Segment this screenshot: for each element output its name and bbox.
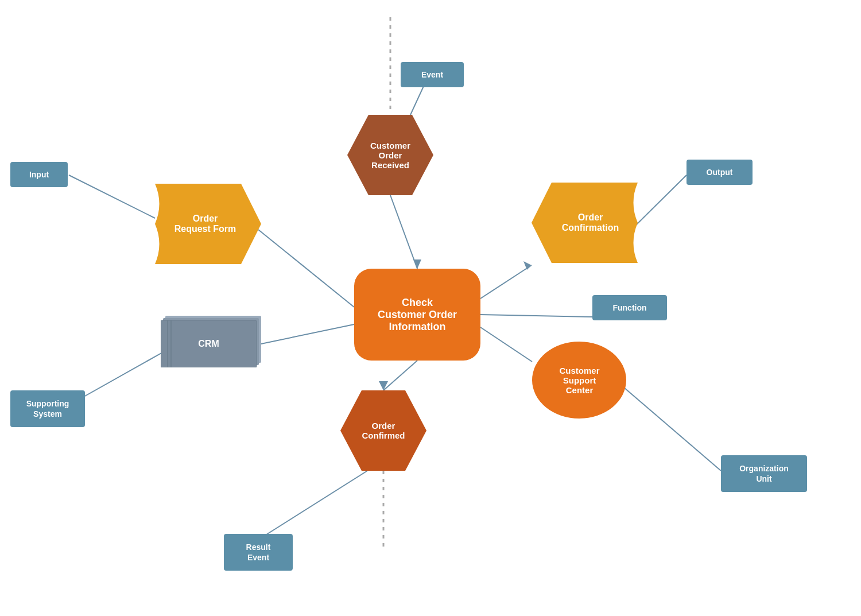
result-event-label: Result Event xyxy=(224,534,293,571)
svg-line-6 xyxy=(258,230,354,307)
customer-support-center-node: Customer Support Center xyxy=(532,342,627,419)
event-label: Event xyxy=(401,62,464,87)
customer-order-received-node: Customer Order Received xyxy=(347,115,433,195)
svg-marker-5 xyxy=(379,381,388,390)
crm-node: CRM xyxy=(161,316,261,367)
svg-line-13 xyxy=(69,175,155,218)
svg-line-16 xyxy=(624,388,721,471)
output-label: Output xyxy=(687,160,753,185)
svg-line-15 xyxy=(75,350,166,402)
svg-line-10 xyxy=(480,327,532,362)
svg-line-2 xyxy=(390,195,417,269)
order-confirmed-node: Order Confirmed xyxy=(340,390,426,471)
svg-line-4 xyxy=(383,361,417,390)
svg-marker-3 xyxy=(413,259,421,269)
svg-line-14 xyxy=(634,175,687,227)
svg-marker-8 xyxy=(523,261,532,270)
svg-line-17 xyxy=(258,471,367,540)
check-customer-order-node: Check Customer Order Information xyxy=(354,269,480,361)
input-label: Input xyxy=(10,162,68,187)
order-request-form-node: Order Request Form xyxy=(155,184,261,264)
order-confirmation-node: Order Confirmation xyxy=(532,183,638,263)
svg-line-9 xyxy=(480,315,592,317)
organization-unit-label: Organization Unit xyxy=(721,455,807,492)
diagram: Check Customer Order Information Custome… xyxy=(0,0,861,616)
svg-line-11 xyxy=(258,324,354,344)
function-label: Function xyxy=(592,295,667,320)
svg-line-7 xyxy=(480,265,532,299)
supporting-system-label: Supporting System xyxy=(10,390,85,427)
